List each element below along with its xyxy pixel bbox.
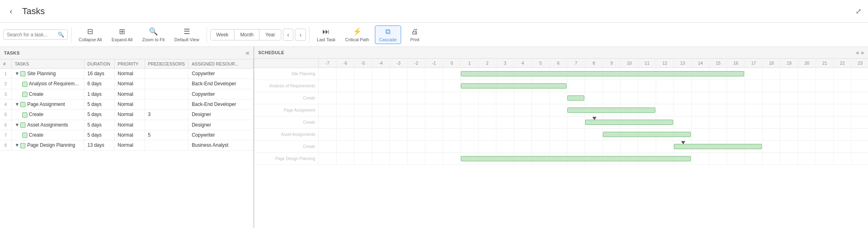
gantt-col-header: -5 (354, 59, 372, 68)
last-task-icon: ⏭ (322, 27, 330, 36)
gantt-col-header: 13 (674, 59, 692, 68)
search-box[interactable]: 🔍 (3, 30, 68, 40)
collapse-all-label: Collapse All (79, 37, 102, 42)
gantt-row: Site Planning (254, 68, 868, 80)
table-row[interactable]: 5 Create 5 days Normal 3 Designer (0, 110, 253, 120)
gantt-grid-area (319, 153, 868, 165)
row-num: 6 (0, 120, 11, 130)
default-view-label: Default View (174, 37, 199, 42)
gantt-grid-area (319, 129, 868, 140)
next-period-button[interactable]: › (295, 29, 306, 41)
gantt-col-header: 16 (727, 59, 745, 68)
table-row[interactable]: 1 ▼Site Planning 16 days Normal Copywrit… (0, 69, 253, 79)
print-icon: 🖨 (411, 27, 418, 36)
gantt-row-label: Create (254, 116, 319, 128)
gantt-row-label: Analysis of Requirements (254, 80, 319, 92)
gantt-wrapper: -7-6-5-4-3-2-101234567891011121314151617… (254, 59, 868, 165)
table-row[interactable]: 3 Create 1 days Normal Copywriter (0, 89, 253, 99)
gantt-col-header: 8 (585, 59, 603, 68)
col-predecessors: PREDECESSORS (144, 59, 188, 69)
schedule-panel-header: SCHEDULE « » (254, 47, 868, 59)
task-resource: Copywriter (188, 89, 253, 99)
task-priority: Normal (114, 120, 144, 130)
month-button[interactable]: Month (234, 30, 259, 40)
task-resource: Copywriter (188, 130, 253, 140)
cascade-label: Cascade (379, 37, 397, 42)
task-icon (22, 92, 27, 97)
tasks-table-header-row: # TASKS DURATION PRIORITY PREDECESSORS A… (0, 59, 253, 69)
gantt-col-header: -2 (408, 59, 425, 68)
task-duration: 16 days (84, 69, 114, 79)
task-priority: Normal (114, 140, 144, 150)
task-predecessors: 3 (144, 110, 188, 120)
expand-all-button[interactable]: ⊞ Expand All (107, 25, 136, 44)
task-name: Create (11, 130, 84, 140)
week-button[interactable]: Week (211, 30, 234, 40)
expand-icon[interactable]: ⤢ (855, 7, 862, 16)
schedule-panel: SCHEDULE « » -7-6-5-4-3-2-10123456789101… (254, 47, 868, 228)
gantt-col-header: 14 (692, 59, 709, 68)
gantt-col-header: -4 (372, 59, 390, 68)
print-button[interactable]: 🖨 Print (403, 26, 427, 44)
task-duration: 13 days (84, 140, 114, 150)
schedule-prev-button[interactable]: « (856, 49, 859, 56)
task-resource: Back-End Developer (188, 99, 253, 109)
task-predecessors (144, 79, 188, 89)
gantt-row: Create (254, 116, 868, 129)
task-icon (20, 71, 25, 76)
schedule-panel-title: SCHEDULE (258, 50, 284, 55)
task-predecessors (144, 69, 188, 79)
tasks-table: # TASKS DURATION PRIORITY PREDECESSORS A… (0, 59, 253, 151)
task-priority: Normal (114, 79, 144, 89)
toolbar: 🔍 ⊟ Collapse All ⊞ Expand All 🔍 Zoom to … (0, 23, 868, 47)
col-priority: PRIORITY (114, 59, 144, 69)
gantt-col-header: 9 (603, 59, 621, 68)
back-button[interactable]: ‹ (6, 5, 16, 17)
task-resource: Copywriter (188, 69, 253, 79)
collapse-all-button[interactable]: ⊟ Collapse All (75, 25, 106, 44)
table-row[interactable]: 4 ▼Page Assignment 5 days Normal Back-En… (0, 99, 253, 109)
gantt-grid-area (319, 104, 868, 116)
gantt-row-label: Create (254, 92, 319, 104)
critical-path-button[interactable]: ⚡ Critical Path (341, 25, 373, 44)
prev-period-button[interactable]: ‹ (283, 29, 294, 41)
expand-arrow: ▼ (15, 101, 20, 107)
table-row[interactable]: 6 ▼Asset Assignments 5 days Normal Desig… (0, 120, 253, 130)
tasks-panel-header: TASKS « (0, 47, 253, 59)
task-priority: Normal (114, 110, 144, 120)
table-row[interactable]: 8 ▼Page Design Planning 13 days Normal B… (0, 140, 253, 150)
task-icon (22, 82, 27, 87)
expand-all-label: Expand All (111, 37, 132, 42)
cascade-button[interactable]: ⧉ Cascade (375, 25, 401, 44)
tasks-panel-collapse-button[interactable]: « (246, 49, 249, 57)
task-predecessors (144, 99, 188, 109)
task-resource: Designer (188, 110, 253, 120)
task-predecessors (144, 120, 188, 130)
last-task-label: Last Task (317, 37, 335, 42)
toolbar-sep-2 (207, 27, 207, 43)
gantt-col-header: 12 (656, 59, 674, 68)
col-duration: DURATION (84, 59, 114, 69)
zoom-to-fit-button[interactable]: 🔍 Zoom to Fit (138, 25, 169, 44)
task-predecessors (144, 140, 188, 150)
search-input[interactable] (7, 32, 56, 38)
gantt-col-header: 17 (745, 59, 763, 68)
default-view-button[interactable]: ☰ Default View (170, 25, 203, 44)
last-task-button[interactable]: ⏭ Last Task (313, 26, 339, 44)
table-row[interactable]: 7 Create 5 days Normal 5 Copywriter (0, 130, 253, 140)
gantt-row-label: Create (254, 141, 319, 152)
table-row[interactable]: 2 Analysis of Requiremen... 6 days Norma… (0, 79, 253, 89)
gantt-row-label: Page Assignment (254, 104, 319, 116)
critical-path-label: Critical Path (345, 37, 369, 42)
year-button[interactable]: Year (259, 30, 280, 40)
gantt-row-label: Site Planning (254, 68, 319, 80)
schedule-next-button[interactable]: » (861, 49, 864, 56)
task-icon (20, 143, 25, 148)
app-title: Tasks (22, 6, 45, 17)
toolbar-sep-1 (71, 27, 71, 43)
gantt-row: Page Design Planning (254, 153, 868, 165)
task-name: ▼Site Planning (11, 69, 84, 79)
toolbar-sep-3 (309, 27, 310, 43)
gantt-grid-area (319, 80, 868, 92)
gantt-col-header: -6 (337, 59, 354, 68)
